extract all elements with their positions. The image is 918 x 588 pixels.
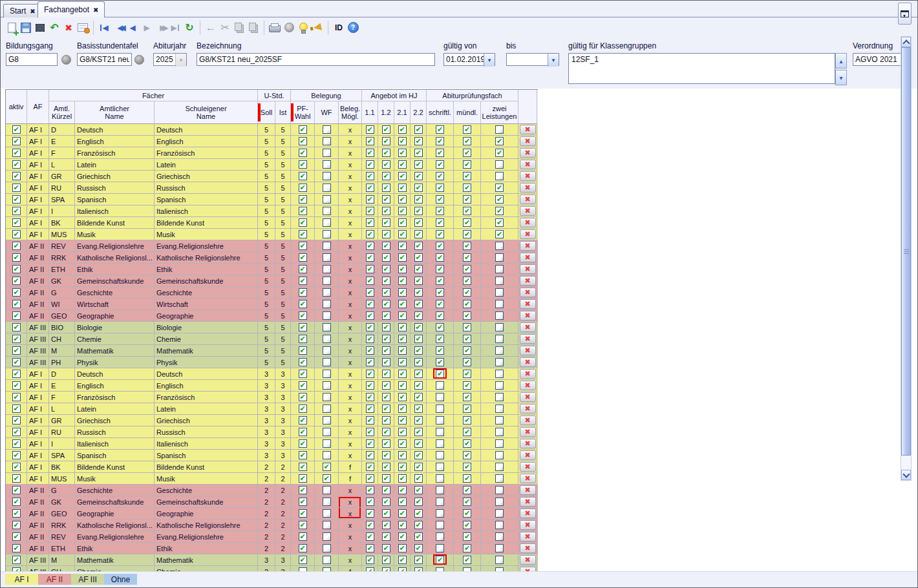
hj-1-2-checkbox-checked[interactable]: ✔ <box>382 532 390 541</box>
klassengruppen-field[interactable]: 12SF_1 <box>568 53 835 84</box>
hj-1-1-checkbox-checked[interactable]: ✔ <box>366 288 374 297</box>
muendl-checkbox-checked[interactable]: ✔ <box>463 149 471 157</box>
pf-wahl-checkbox-checked[interactable]: ✔ <box>299 451 307 459</box>
pf-wahl-checkbox-checked[interactable]: ✔ <box>299 335 307 343</box>
schriftl-checkbox-unchecked[interactable] <box>436 393 444 401</box>
hj-2-1-checkbox-checked[interactable]: ✔ <box>398 474 407 483</box>
hj-1-2-checkbox-checked[interactable]: ✔ <box>382 381 390 390</box>
schriftl-checkbox-unchecked[interactable] <box>436 532 444 541</box>
hj-2-1-checkbox-checked[interactable]: ✔ <box>398 172 407 180</box>
aktiv-checkbox-checked[interactable]: ✔ <box>12 416 21 425</box>
muendl-checkbox-checked[interactable]: ✔ <box>463 544 471 552</box>
hj-2-1-checkbox-checked[interactable]: ✔ <box>398 393 407 401</box>
hj-2-2-checkbox-checked[interactable]: ✔ <box>414 439 423 448</box>
wf-checkbox-unchecked[interactable] <box>323 428 331 436</box>
aktiv-checkbox-checked[interactable]: ✔ <box>12 160 21 169</box>
pf-wahl-checkbox-checked[interactable]: ✔ <box>299 358 307 366</box>
delete-row-button[interactable]: ✖ <box>520 381 536 390</box>
hj-2-1-checkbox-checked[interactable]: ✔ <box>398 509 407 518</box>
delete-row-button[interactable]: ✖ <box>520 404 536 414</box>
hj-2-1-checkbox-checked[interactable]: ✔ <box>398 416 407 425</box>
help-button[interactable]: ? <box>346 21 360 35</box>
hj-2-1-checkbox-checked[interactable]: ✔ <box>398 253 407 262</box>
wf-checkbox-unchecked[interactable] <box>323 404 331 413</box>
delete-row-button[interactable]: ✖ <box>520 264 536 274</box>
hj-2-2-checkbox-checked[interactable]: ✔ <box>414 346 423 355</box>
schriftl-checkbox-checked[interactable]: ✔ <box>436 230 444 238</box>
hj-2-2-checkbox-checked[interactable]: ✔ <box>414 207 423 215</box>
wf-checkbox-unchecked[interactable] <box>323 277 331 285</box>
schriftl-checkbox-checked[interactable]: ✔ <box>436 125 444 134</box>
aktiv-checkbox-checked[interactable]: ✔ <box>12 532 21 541</box>
scrollbar-thumb[interactable] <box>901 47 911 456</box>
hj-1-1-checkbox-checked[interactable]: ✔ <box>366 265 374 273</box>
hj-2-2-checkbox-checked[interactable]: ✔ <box>414 486 423 494</box>
schriftl-checkbox-checked[interactable]: ✔ <box>436 160 444 169</box>
hj-2-1-checkbox-checked[interactable]: ✔ <box>398 381 407 390</box>
pf-wahl-checkbox-checked[interactable]: ✔ <box>299 439 307 448</box>
muendl-checkbox-checked[interactable]: ✔ <box>463 253 471 262</box>
wf-checkbox-unchecked[interactable] <box>323 544 331 552</box>
zwei-leistungen-checkbox-unchecked[interactable] <box>495 346 504 355</box>
hj-1-1-checkbox-checked[interactable]: ✔ <box>366 532 374 541</box>
zwei-leistungen-checkbox-unchecked[interactable] <box>495 265 504 273</box>
save-button[interactable] <box>19 21 33 35</box>
muendl-checkbox-checked[interactable]: ✔ <box>463 242 471 250</box>
aktiv-checkbox-checked[interactable]: ✔ <box>12 207 21 215</box>
wf-checkbox-unchecked[interactable] <box>323 532 331 541</box>
delete-row-button[interactable]: ✖ <box>520 218 536 227</box>
muendl-checkbox-checked[interactable]: ✔ <box>463 207 471 215</box>
hj-1-1-checkbox-checked[interactable]: ✔ <box>366 381 374 390</box>
muendl-checkbox-checked[interactable]: ✔ <box>463 498 471 506</box>
wf-checkbox-unchecked[interactable] <box>323 195 331 204</box>
hj-2-1-checkbox-checked[interactable]: ✔ <box>398 532 407 541</box>
id-button[interactable]: ID <box>332 21 346 35</box>
pf-wahl-checkbox-checked[interactable]: ✔ <box>299 265 307 273</box>
basisstundentafel-field[interactable] <box>77 53 132 66</box>
schriftl-checkbox-unchecked[interactable] <box>436 404 444 413</box>
schriftl-checkbox-unchecked[interactable] <box>436 381 444 390</box>
muendl-checkbox-checked[interactable]: ✔ <box>463 370 471 378</box>
aktiv-checkbox-checked[interactable]: ✔ <box>12 370 21 378</box>
hj-2-1-checkbox-checked[interactable]: ✔ <box>398 404 407 413</box>
delete-row-button[interactable]: ✖ <box>520 392 536 402</box>
aktiv-checkbox-checked[interactable]: ✔ <box>12 544 21 552</box>
hj-2-2-checkbox-checked[interactable]: ✔ <box>414 556 423 564</box>
hj-2-1-checkbox-checked[interactable]: ✔ <box>398 428 407 436</box>
hj-2-2-checkbox-checked[interactable]: ✔ <box>414 544 423 552</box>
hj-2-2-checkbox-checked[interactable]: ✔ <box>414 509 423 518</box>
schriftl-checkbox-checked[interactable]: ✔ <box>436 149 444 157</box>
first-record-button[interactable]: ◀ <box>97 21 111 35</box>
schriftl-checkbox-checked[interactable]: ✔ <box>436 253 444 262</box>
muendl-checkbox-checked[interactable]: ✔ <box>463 230 471 238</box>
muendl-checkbox-checked[interactable]: ✔ <box>463 463 471 471</box>
tab-fachangebot[interactable]: Fachangebot ✖ <box>37 1 105 17</box>
hj-1-2-checkbox-checked[interactable]: ✔ <box>382 346 390 355</box>
export-button[interactable] <box>282 21 296 35</box>
hj-1-1-checkbox-checked[interactable]: ✔ <box>366 509 374 518</box>
wf-checkbox-unchecked[interactable] <box>323 207 331 215</box>
schriftl-checkbox-checked[interactable]: ✔ <box>436 288 444 297</box>
aktiv-checkbox-checked[interactable]: ✔ <box>12 184 21 192</box>
klassengruppen-scroll-up[interactable]: ▴ <box>835 53 847 68</box>
delete-row-button[interactable]: ✖ <box>520 299 536 309</box>
hj-2-1-checkbox-checked[interactable]: ✔ <box>398 486 407 494</box>
delete-row-button[interactable]: ✖ <box>520 369 536 379</box>
zwei-leistungen-checkbox-unchecked[interactable] <box>495 463 504 471</box>
muendl-checkbox-checked[interactable]: ✔ <box>463 335 471 343</box>
schriftl-checkbox-unchecked[interactable] <box>436 451 444 459</box>
muendl-checkbox-checked[interactable]: ✔ <box>463 381 471 390</box>
hj-1-1-checkbox-checked[interactable]: ✔ <box>366 393 374 401</box>
pf-wahl-checkbox-checked[interactable]: ✔ <box>299 300 307 308</box>
hj-1-1-checkbox-checked[interactable]: ✔ <box>366 230 374 238</box>
delete-row-button[interactable]: ✖ <box>520 509 536 518</box>
muendl-checkbox-checked[interactable]: ✔ <box>463 288 471 297</box>
wf-checkbox-unchecked[interactable] <box>323 346 331 355</box>
schriftl-checkbox-unchecked[interactable] <box>436 486 444 494</box>
hj-1-1-checkbox-checked[interactable]: ✔ <box>366 556 374 564</box>
aktiv-checkbox-checked[interactable]: ✔ <box>12 358 21 366</box>
hj-1-1-checkbox-checked[interactable]: ✔ <box>366 486 374 494</box>
pf-wahl-checkbox-checked[interactable]: ✔ <box>299 242 307 250</box>
hj-2-1-checkbox-checked[interactable]: ✔ <box>398 311 407 320</box>
hj-1-1-checkbox-checked[interactable]: ✔ <box>366 544 374 552</box>
